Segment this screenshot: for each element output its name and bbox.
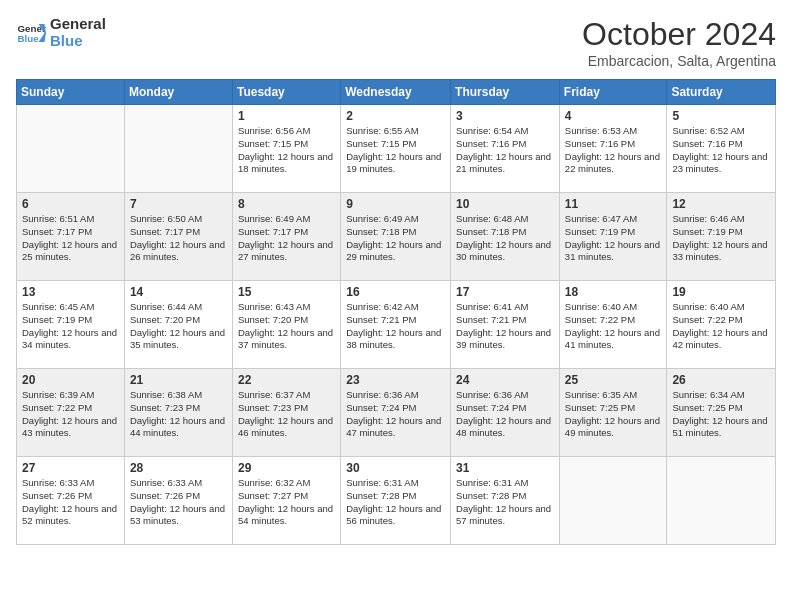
calendar-cell [559,457,667,545]
day-number: 21 [130,373,227,387]
calendar-cell: 9Sunrise: 6:49 AM Sunset: 7:18 PM Daylig… [341,193,451,281]
day-of-week-header: Wednesday [341,80,451,105]
title-block: October 2024 Embarcacion, Salta, Argenti… [582,16,776,69]
day-number: 3 [456,109,554,123]
day-info: Sunrise: 6:36 AM Sunset: 7:24 PM Dayligh… [346,389,445,440]
calendar-cell: 11Sunrise: 6:47 AM Sunset: 7:19 PM Dayli… [559,193,667,281]
day-info: Sunrise: 6:49 AM Sunset: 7:18 PM Dayligh… [346,213,445,264]
day-info: Sunrise: 6:55 AM Sunset: 7:15 PM Dayligh… [346,125,445,176]
day-number: 26 [672,373,770,387]
day-of-week-header: Friday [559,80,667,105]
day-of-week-header: Saturday [667,80,776,105]
day-info: Sunrise: 6:39 AM Sunset: 7:22 PM Dayligh… [22,389,119,440]
day-number: 8 [238,197,335,211]
calendar-week-row: 27Sunrise: 6:33 AM Sunset: 7:26 PM Dayli… [17,457,776,545]
page-header: General Blue General Blue October 2024 E… [16,16,776,69]
day-info: Sunrise: 6:31 AM Sunset: 7:28 PM Dayligh… [456,477,554,528]
day-of-week-header: Thursday [451,80,560,105]
calendar-cell: 10Sunrise: 6:48 AM Sunset: 7:18 PM Dayli… [451,193,560,281]
day-number: 12 [672,197,770,211]
calendar-cell: 2Sunrise: 6:55 AM Sunset: 7:15 PM Daylig… [341,105,451,193]
day-info: Sunrise: 6:54 AM Sunset: 7:16 PM Dayligh… [456,125,554,176]
day-number: 4 [565,109,662,123]
day-number: 31 [456,461,554,475]
location-subtitle: Embarcacion, Salta, Argentina [582,53,776,69]
calendar-week-row: 20Sunrise: 6:39 AM Sunset: 7:22 PM Dayli… [17,369,776,457]
calendar-cell: 29Sunrise: 6:32 AM Sunset: 7:27 PM Dayli… [232,457,340,545]
calendar-cell: 22Sunrise: 6:37 AM Sunset: 7:23 PM Dayli… [232,369,340,457]
day-number: 7 [130,197,227,211]
day-number: 24 [456,373,554,387]
day-number: 30 [346,461,445,475]
day-number: 15 [238,285,335,299]
calendar-cell: 13Sunrise: 6:45 AM Sunset: 7:19 PM Dayli… [17,281,125,369]
calendar-week-row: 1Sunrise: 6:56 AM Sunset: 7:15 PM Daylig… [17,105,776,193]
day-number: 11 [565,197,662,211]
day-info: Sunrise: 6:47 AM Sunset: 7:19 PM Dayligh… [565,213,662,264]
day-info: Sunrise: 6:36 AM Sunset: 7:24 PM Dayligh… [456,389,554,440]
day-number: 29 [238,461,335,475]
calendar-cell: 8Sunrise: 6:49 AM Sunset: 7:17 PM Daylig… [232,193,340,281]
calendar-cell: 1Sunrise: 6:56 AM Sunset: 7:15 PM Daylig… [232,105,340,193]
calendar-cell: 4Sunrise: 6:53 AM Sunset: 7:16 PM Daylig… [559,105,667,193]
day-info: Sunrise: 6:52 AM Sunset: 7:16 PM Dayligh… [672,125,770,176]
day-info: Sunrise: 6:50 AM Sunset: 7:17 PM Dayligh… [130,213,227,264]
calendar-cell: 30Sunrise: 6:31 AM Sunset: 7:28 PM Dayli… [341,457,451,545]
calendar-cell: 19Sunrise: 6:40 AM Sunset: 7:22 PM Dayli… [667,281,776,369]
calendar-cell: 26Sunrise: 6:34 AM Sunset: 7:25 PM Dayli… [667,369,776,457]
calendar-cell: 21Sunrise: 6:38 AM Sunset: 7:23 PM Dayli… [124,369,232,457]
day-info: Sunrise: 6:56 AM Sunset: 7:15 PM Dayligh… [238,125,335,176]
calendar-cell: 14Sunrise: 6:44 AM Sunset: 7:20 PM Dayli… [124,281,232,369]
calendar-cell: 16Sunrise: 6:42 AM Sunset: 7:21 PM Dayli… [341,281,451,369]
day-number: 13 [22,285,119,299]
day-info: Sunrise: 6:35 AM Sunset: 7:25 PM Dayligh… [565,389,662,440]
calendar-cell: 27Sunrise: 6:33 AM Sunset: 7:26 PM Dayli… [17,457,125,545]
day-info: Sunrise: 6:37 AM Sunset: 7:23 PM Dayligh… [238,389,335,440]
calendar-cell: 17Sunrise: 6:41 AM Sunset: 7:21 PM Dayli… [451,281,560,369]
calendar-cell: 18Sunrise: 6:40 AM Sunset: 7:22 PM Dayli… [559,281,667,369]
calendar-cell [667,457,776,545]
day-number: 28 [130,461,227,475]
logo-line1: General [50,16,106,33]
calendar-cell: 3Sunrise: 6:54 AM Sunset: 7:16 PM Daylig… [451,105,560,193]
calendar-cell: 20Sunrise: 6:39 AM Sunset: 7:22 PM Dayli… [17,369,125,457]
calendar-cell: 12Sunrise: 6:46 AM Sunset: 7:19 PM Dayli… [667,193,776,281]
calendar-cell: 25Sunrise: 6:35 AM Sunset: 7:25 PM Dayli… [559,369,667,457]
logo: General Blue General Blue [16,16,106,49]
day-info: Sunrise: 6:32 AM Sunset: 7:27 PM Dayligh… [238,477,335,528]
calendar-cell [17,105,125,193]
calendar-cell: 23Sunrise: 6:36 AM Sunset: 7:24 PM Dayli… [341,369,451,457]
day-number: 23 [346,373,445,387]
day-number: 16 [346,285,445,299]
day-number: 18 [565,285,662,299]
calendar-cell: 24Sunrise: 6:36 AM Sunset: 7:24 PM Dayli… [451,369,560,457]
svg-text:Blue: Blue [18,33,40,44]
logo-line2: Blue [50,33,106,50]
day-of-week-header: Sunday [17,80,125,105]
day-number: 9 [346,197,445,211]
day-number: 20 [22,373,119,387]
logo-icon: General Blue [16,18,46,48]
day-info: Sunrise: 6:33 AM Sunset: 7:26 PM Dayligh… [130,477,227,528]
day-number: 2 [346,109,445,123]
calendar-cell: 31Sunrise: 6:31 AM Sunset: 7:28 PM Dayli… [451,457,560,545]
calendar-cell [124,105,232,193]
calendar-body: 1Sunrise: 6:56 AM Sunset: 7:15 PM Daylig… [17,105,776,545]
day-of-week-header: Monday [124,80,232,105]
day-info: Sunrise: 6:48 AM Sunset: 7:18 PM Dayligh… [456,213,554,264]
day-info: Sunrise: 6:43 AM Sunset: 7:20 PM Dayligh… [238,301,335,352]
calendar-table: SundayMondayTuesdayWednesdayThursdayFrid… [16,79,776,545]
day-info: Sunrise: 6:46 AM Sunset: 7:19 PM Dayligh… [672,213,770,264]
calendar-cell: 15Sunrise: 6:43 AM Sunset: 7:20 PM Dayli… [232,281,340,369]
day-number: 14 [130,285,227,299]
day-info: Sunrise: 6:51 AM Sunset: 7:17 PM Dayligh… [22,213,119,264]
day-info: Sunrise: 6:34 AM Sunset: 7:25 PM Dayligh… [672,389,770,440]
day-number: 5 [672,109,770,123]
day-number: 22 [238,373,335,387]
day-number: 10 [456,197,554,211]
calendar-week-row: 6Sunrise: 6:51 AM Sunset: 7:17 PM Daylig… [17,193,776,281]
day-of-week-header: Tuesday [232,80,340,105]
day-number: 1 [238,109,335,123]
month-year-title: October 2024 [582,16,776,53]
day-info: Sunrise: 6:42 AM Sunset: 7:21 PM Dayligh… [346,301,445,352]
